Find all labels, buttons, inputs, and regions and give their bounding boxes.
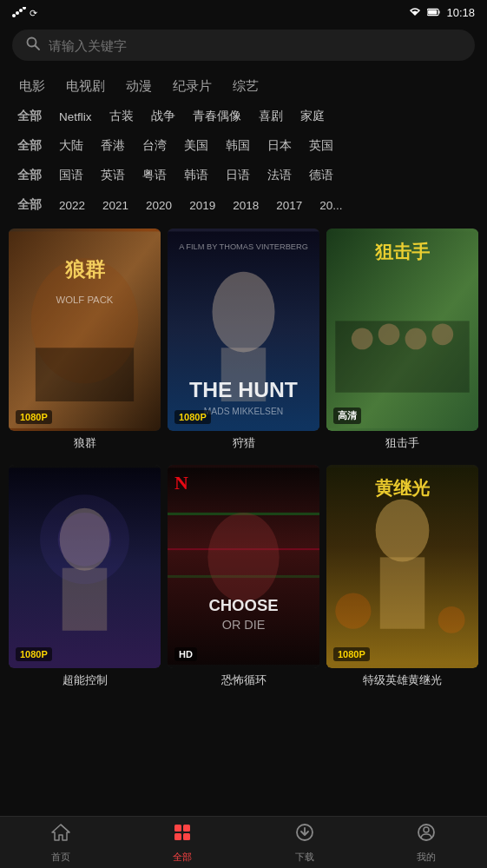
movie-grid: 狼群 WOLF PACK 1080P 狼群 (0, 220, 487, 695)
svg-point-1 (16, 11, 19, 15)
filter-lang-all[interactable]: 全部 (9, 165, 50, 186)
filter-row-language: 全部 国语 英语 粤语 韩语 日语 法语 德语 (9, 161, 478, 190)
filter-genre-zhanzheng[interactable]: 战争 (142, 106, 184, 127)
nav-label-all: 全部 (173, 851, 192, 864)
filter-lang-fayu[interactable]: 法语 (259, 165, 300, 186)
status-right: 10:18 (408, 6, 475, 19)
filter-year-all[interactable]: 全部 (9, 195, 50, 215)
filter-row-region: 全部 大陆 香港 台湾 美国 韩国 日本 英国 (9, 131, 478, 161)
svg-point-16 (212, 272, 274, 353)
movie-title-langqun: 狼群 (9, 431, 161, 458)
movie-title-chaoneng: 超能控制 (9, 668, 161, 695)
svg-point-41 (376, 500, 430, 562)
all-icon (172, 822, 193, 848)
filter-year-2020[interactable]: 2020 (137, 196, 181, 215)
svg-point-26 (405, 328, 427, 350)
movie-title-tejiyingxiong: 特级英雄黄继光 (326, 668, 478, 695)
svg-point-2 (19, 9, 23, 12)
quality-badge-lielie: 1080P (174, 410, 211, 424)
filter-lang-yingyu[interactable]: 英语 (92, 165, 134, 186)
tab-jilupian[interactable]: 纪录片 (162, 75, 222, 98)
filter-region-all[interactable]: 全部 (9, 136, 50, 156)
filter-region-taiwan[interactable]: 台湾 (134, 136, 175, 156)
movie-title-jijishou: 狙击手 (326, 431, 478, 458)
nav-label-home: 首页 (51, 851, 70, 864)
svg-point-37 (207, 513, 279, 602)
nav-item-all[interactable]: 全部 (122, 822, 243, 864)
filter-lang-deyu[interactable]: 德语 (300, 165, 342, 186)
filter-genre-jiating[interactable]: 家庭 (292, 106, 333, 127)
movie-card-lielie[interactable]: A FILM BY THOMAS VINTERBERG THE HUNT MAD… (168, 229, 319, 458)
svg-rect-6 (439, 10, 440, 14)
filter-lang-guoyu[interactable]: 国语 (50, 165, 92, 186)
svg-line-9 (36, 46, 40, 50)
svg-rect-49 (174, 833, 181, 840)
movie-card-langqun[interactable]: 狼群 WOLF PACK 1080P 狼群 (9, 229, 161, 458)
filter-year-2018[interactable]: 2018 (224, 196, 267, 215)
rotate-icon: ⟳ (30, 7, 42, 17)
filter-lang-yueyu[interactable]: 粤语 (134, 165, 175, 186)
nav-item-download[interactable]: 下载 (244, 822, 365, 864)
filter-genre-guzhuang[interactable]: 古装 (101, 106, 142, 127)
battery-icon (427, 7, 441, 17)
movie-card-kongbu[interactable]: CHOOSE OR DIE N HD 恐怖循环 (168, 465, 319, 694)
poster-lielie-svg: A FILM BY THOMAS VINTERBERG THE HUNT MAD… (168, 229, 319, 431)
tab-dianying[interactable]: 电影 (9, 75, 56, 98)
status-time: 10:18 (446, 6, 475, 19)
movie-title-lielie: 狩猎 (168, 431, 319, 458)
search-icon (26, 36, 40, 54)
svg-rect-47 (174, 825, 181, 832)
svg-point-25 (378, 323, 400, 345)
svg-point-0 (12, 14, 16, 17)
movie-card-jijishou[interactable]: 狙击手 高清 狙击手 (326, 229, 478, 458)
mine-icon (416, 822, 437, 848)
tab-dongman[interactable]: 动漫 (115, 75, 162, 98)
svg-text:⟳: ⟳ (30, 8, 37, 17)
filter-region-hanguo[interactable]: 韩国 (217, 136, 259, 156)
svg-text:狙击手: 狙击手 (374, 242, 431, 262)
nav-item-mine[interactable]: 我的 (365, 822, 487, 864)
poster-langqun-svg: 狼群 WOLF PACK (9, 229, 161, 431)
filter-region-dalu[interactable]: 大陆 (50, 136, 92, 156)
poster-tejiyingxiong-svg: 黄继光 (326, 465, 478, 667)
filter-region-xianggang[interactable]: 香港 (92, 136, 134, 156)
svg-point-44 (335, 593, 371, 629)
svg-text:THE HUNT: THE HUNT (189, 378, 298, 401)
filter-year-2019[interactable]: 2019 (181, 196, 224, 215)
filter-year-2022[interactable]: 2022 (50, 196, 94, 215)
tab-dianshiju[interactable]: 电视剧 (56, 75, 115, 98)
svg-marker-46 (52, 825, 69, 840)
movie-card-tejiyingxiong[interactable]: 黄继光 1080P 特级英雄黄继光 (326, 465, 478, 694)
filter-region-riben[interactable]: 日本 (259, 136, 300, 156)
svg-point-32 (58, 513, 112, 567)
search-input[interactable] (49, 38, 461, 53)
filter-year-2017[interactable]: 2017 (267, 196, 311, 215)
nav-label-download: 下载 (295, 851, 314, 864)
search-bar[interactable] (12, 30, 475, 61)
filter-year-2021[interactable]: 2021 (94, 196, 137, 215)
svg-text:A FILM BY THOMAS VINTERBERG: A FILM BY THOMAS VINTERBERG (179, 242, 308, 251)
filter-region-yingguo[interactable]: 英国 (300, 136, 342, 156)
filter-genre-qingchun[interactable]: 青春偶像 (184, 106, 250, 127)
filter-lang-hanyu[interactable]: 韩语 (175, 165, 217, 186)
nav-item-home[interactable]: 首页 (0, 822, 122, 864)
filter-genre-all[interactable]: 全部 (9, 106, 50, 127)
filter-lang-riyu[interactable]: 日语 (217, 165, 259, 186)
movie-card-chaoneng[interactable]: 1080P 超能控制 (9, 465, 161, 694)
filter-section: 全部 Netflix 古装 战争 青春偶像 喜剧 家庭 全部 大陆 香港 台湾 … (0, 102, 487, 220)
filter-genre-xiju[interactable]: 喜剧 (250, 106, 292, 127)
home-icon (50, 822, 71, 848)
svg-point-3 (23, 7, 26, 10)
svg-text:狼群: 狼群 (64, 258, 106, 281)
status-bar: ⟳ 10:18 (0, 0, 487, 24)
filter-row-year: 全部 2022 2021 2020 2019 2018 2017 20... (9, 190, 478, 220)
poster-kongbu-svg: CHOOSE OR DIE (168, 465, 319, 667)
quality-badge-kongbu: HD (174, 647, 197, 661)
bottom-nav: 首页 全部 下载 (0, 816, 487, 868)
filter-year-more[interactable]: 20... (311, 196, 351, 215)
svg-text:黄继光: 黄继光 (375, 479, 431, 499)
wifi-icon (408, 7, 422, 17)
tab-zongyi[interactable]: 综艺 (222, 75, 269, 98)
filter-genre-netflix[interactable]: Netflix (50, 108, 101, 126)
filter-region-meiguo[interactable]: 美国 (175, 136, 217, 156)
